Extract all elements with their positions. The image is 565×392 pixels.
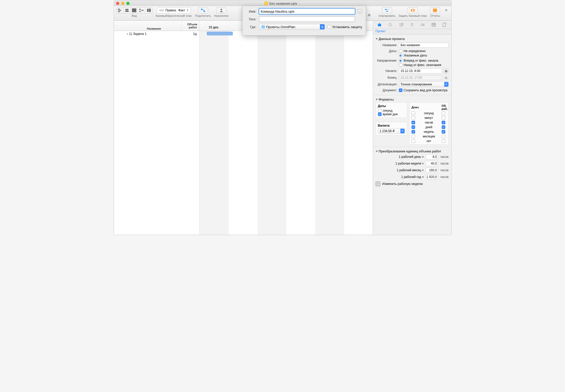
save-sheet: Имя: ⌄ Теги: Где: Проекты OmniPlan Устан…	[242, 6, 366, 36]
dur-yr-checkbox[interactable]	[411, 139, 415, 143]
view-resources-icon[interactable]	[124, 7, 131, 13]
sheet-tags-input[interactable]	[259, 16, 355, 22]
edit-mode-pill[interactable]: Правка: Факт ▲▼	[157, 7, 191, 13]
svg-rect-16	[149, 9, 151, 12]
dur-mo-checkbox[interactable]	[411, 135, 415, 138]
bullet-icon: ●	[127, 33, 128, 35]
vol-mo-checkbox[interactable]	[442, 135, 445, 138]
close-window-button[interactable]	[116, 2, 119, 5]
direction-forward-radio[interactable]: Вперед от фикс. начала	[399, 59, 449, 62]
section-project-data[interactable]: Данные проекта	[373, 36, 451, 42]
conv-year-input[interactable]	[426, 174, 438, 179]
section-effort-conversion[interactable]: Преобразование единиц объема работ	[373, 149, 451, 154]
view-calendar-icon[interactable]	[131, 7, 138, 13]
reports-button[interactable]	[430, 7, 440, 13]
svg-line-13	[141, 9, 142, 10]
zoom-in-icon[interactable]: ⊕	[367, 12, 372, 18]
vol-sec-checkbox[interactable]	[442, 111, 445, 115]
fmt-timeofday-checkbox[interactable]: время дня	[378, 112, 405, 116]
conv-month-input[interactable]	[426, 168, 438, 173]
start-date-input[interactable]: 15.12.15, 8:00	[399, 68, 442, 74]
svg-rect-21	[386, 11, 388, 12]
view-network-icon[interactable]	[138, 7, 145, 13]
sheet-name-label: Имя:	[246, 10, 256, 13]
chevron-down-icon: ⌄	[298, 2, 301, 5]
dur-wk-checkbox[interactable]	[411, 130, 415, 134]
change-work-week-button[interactable]: Изменить рабочую неделю	[373, 179, 451, 188]
svg-rect-29	[421, 24, 424, 26]
reports-label: Отчеты	[430, 14, 440, 17]
svg-line-14	[141, 10, 142, 11]
direction-backward-radio[interactable]: Назад от фикс. окончания	[399, 63, 449, 67]
start-calendar-button[interactable]: ▦	[443, 68, 449, 74]
expand-save-sheet-button[interactable]: ⌄	[358, 9, 362, 14]
task-outline: ✋ ▤ Название Объем работ ● 1) Задача 1 1…	[114, 21, 200, 235]
connect-button[interactable]	[198, 7, 208, 13]
toolbar-overflow-icon[interactable]: »	[443, 7, 449, 13]
task-row[interactable]: ● 1) Задача 1 1д	[114, 31, 199, 37]
inspector-tab-styles[interactable]	[398, 22, 405, 28]
assign-label: Назначени	[214, 14, 228, 17]
minimize-window-button[interactable]	[121, 2, 124, 5]
column-name[interactable]: Название	[147, 27, 161, 30]
conv-week-input[interactable]	[426, 161, 438, 166]
project-name-input[interactable]: Без названия	[399, 43, 449, 48]
dur-day-checkbox[interactable]	[411, 125, 415, 129]
currency-select[interactable]: 1 234,56 ₽	[378, 128, 405, 134]
end-calendar-button: ▦	[443, 75, 449, 80]
assign-button[interactable]	[216, 7, 227, 13]
dates-specified-radio[interactable]: Указанные даты	[399, 54, 449, 57]
fmt-seconds-checkbox[interactable]: секунд	[378, 109, 405, 112]
granularity-select[interactable]: Точное планирование	[399, 82, 449, 87]
view-segmented[interactable]	[116, 7, 153, 13]
svg-rect-30	[432, 23, 435, 26]
titlebar: Без названия.oplx ⌄	[114, 1, 451, 6]
sheet-tags-label: Теги:	[246, 17, 256, 21]
view-style-icon[interactable]	[145, 7, 152, 13]
inspector-tab-task[interactable]	[419, 22, 426, 28]
sheet-name-input[interactable]	[259, 9, 355, 14]
inspector-tab-custom[interactable]	[441, 22, 448, 28]
conv-day-input[interactable]	[426, 154, 438, 159]
svg-rect-12	[142, 10, 143, 11]
section-formats[interactable]: Форматы	[373, 97, 451, 102]
document-icon	[264, 2, 268, 5]
replan-button[interactable]	[382, 7, 392, 13]
zoom-window-button[interactable]	[126, 2, 130, 5]
vol-min-checkbox[interactable]	[442, 116, 445, 120]
dur-sec-checkbox[interactable]	[411, 111, 415, 115]
sheet-protect-checkbox[interactable]: Установить защиту	[327, 25, 362, 29]
inspector-tab-project[interactable]	[376, 22, 383, 28]
window-title[interactable]: Без названия.oplx ⌄	[264, 2, 301, 5]
sheet-where-label: Где:	[246, 25, 256, 29]
svg-rect-2	[118, 11, 120, 12]
view-gantt-icon[interactable]	[116, 7, 124, 13]
vol-day-checkbox[interactable]	[442, 125, 445, 129]
dur-min-checkbox[interactable]	[411, 116, 415, 120]
vol-hr-checkbox[interactable]	[442, 121, 445, 124]
svg-rect-1	[118, 10, 121, 11]
save-view-checkbox[interactable]: Сохранить вид для просмотра	[399, 88, 448, 92]
stepper-icon: ▲▼	[187, 9, 189, 12]
inspector-tab-milestones[interactable]	[387, 22, 394, 28]
end-date-input: 15.12.15, 17:00	[399, 75, 442, 80]
gantt-task-bar[interactable]	[207, 32, 233, 35]
column-effort[interactable]: Объем работ	[181, 21, 199, 31]
set-baseline-button[interactable]	[408, 7, 418, 13]
updown-caret-icon	[320, 24, 325, 29]
svg-rect-11	[139, 11, 141, 12]
dates-undefined-radio[interactable]: Не определено	[399, 49, 449, 53]
inspector-tab-resource[interactable]	[408, 22, 416, 28]
vol-wk-checkbox[interactable]	[442, 130, 445, 134]
svg-rect-34	[443, 23, 446, 27]
gantt-chart[interactable]: 15 дек. ⊖ ⊕	[200, 21, 373, 235]
vol-yr-checkbox[interactable]	[442, 139, 445, 143]
set-baseline-label: Задать базовый план	[399, 14, 427, 17]
svg-point-4	[127, 9, 128, 10]
folder-icon	[261, 25, 265, 28]
sheet-where-select[interactable]: Проекты OmniPlan	[259, 24, 325, 30]
dur-hr-checkbox[interactable]	[411, 121, 415, 124]
inspector-tab-calendar[interactable]	[430, 22, 437, 28]
inspector: Проект Данные проекта Название: Без назв…	[373, 21, 451, 235]
svg-rect-18	[204, 11, 205, 12]
